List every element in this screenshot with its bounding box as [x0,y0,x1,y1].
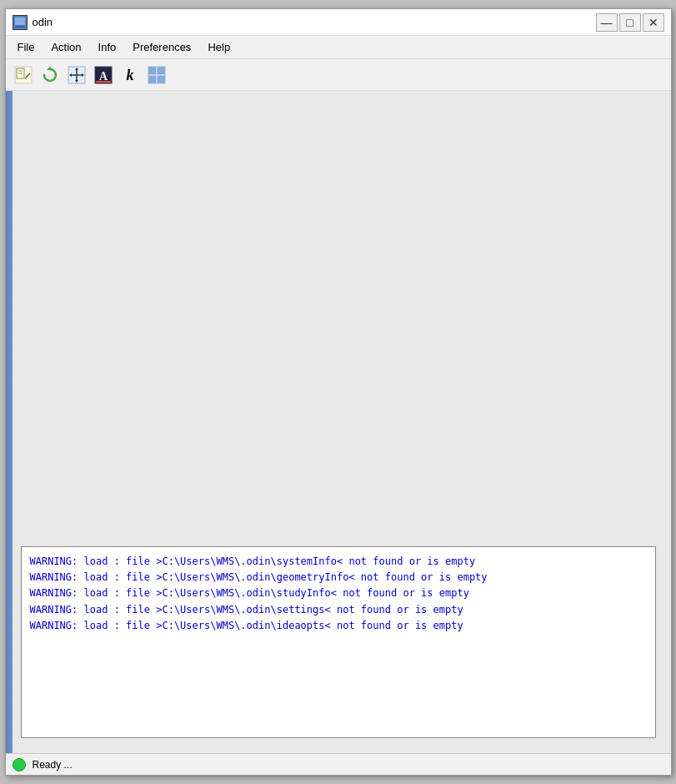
toolbar-refresh-button[interactable] [38,63,63,87]
svg-rect-24 [149,76,156,83]
status-indicator [13,758,26,771]
toolbar-edit-button[interactable] [11,63,36,87]
svg-rect-23 [158,68,164,74]
main-window: odin — □ ✕ File Action Info Preferences … [5,8,672,776]
toolbar-italic-k-button[interactable]: k [118,63,143,87]
toolbar-text-button[interactable]: A [91,63,116,87]
log-content[interactable]: WARNING: load : file >C:\Users\WMS\.odin… [22,547,655,737]
svg-text:A: A [98,70,108,83]
main-canvas[interactable]: WARNING: load : file >C:\Users\WMS\.odin… [6,91,671,753]
log-line-2: WARNING: load : file >C:\Users\WMS\.odin… [30,570,647,585]
log-line-4: WARNING: load : file >C:\Users\WMS\.odin… [30,602,647,618]
toolbar-move-button[interactable] [64,63,89,87]
menu-help[interactable]: Help [199,38,238,57]
move-icon [68,66,86,84]
toolbar: A k [6,59,671,91]
menu-bar: File Action Info Preferences Help [6,36,671,59]
minimize-button[interactable]: — [596,13,618,32]
title-bar: odin — □ ✕ [6,9,671,36]
text-icon: A [94,66,113,84]
edit-icon [14,66,33,84]
log-line-1: WARNING: load : file >C:\Users\WMS\.odin… [30,554,647,570]
grid-icon [148,66,166,84]
window-title: odin [33,16,596,28]
side-accent-bar [6,91,13,753]
log-panel: WARNING: load : file >C:\Users\WMS\.odin… [21,546,656,738]
log-line-5: WARNING: load : file >C:\Users\WMS\.odin… [30,618,647,634]
svg-marker-9 [47,67,53,70]
menu-preferences[interactable]: Preferences [124,38,199,57]
svg-rect-25 [158,76,164,83]
menu-info[interactable]: Info [90,38,125,57]
svg-rect-22 [149,68,156,74]
svg-rect-1 [15,18,25,25]
app-icon [13,15,28,30]
window-controls: — □ ✕ [596,13,664,32]
italic-k-icon: k [121,66,139,84]
menu-file[interactable]: File [9,38,43,57]
log-line-3: WARNING: load : file >C:\Users\WMS\.odin… [30,585,647,601]
menu-action[interactable]: Action [43,38,89,57]
close-button[interactable]: ✕ [643,13,664,32]
status-bar: Ready ... [6,753,671,775]
svg-text:k: k [126,67,133,83]
status-text: Ready ... [33,759,73,771]
refresh-icon [41,66,59,84]
maximize-button[interactable]: □ [619,13,641,32]
toolbar-grid-button[interactable] [144,63,169,87]
svg-rect-2 [15,26,25,28]
